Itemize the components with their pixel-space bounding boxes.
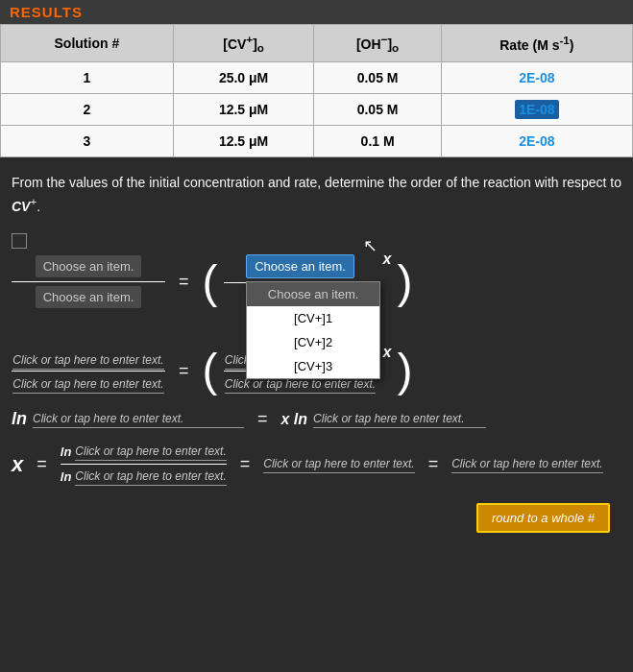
- dropdown-menu: Choose an item. [CV+]1 [CV+]2 [CV+]3: [246, 281, 380, 379]
- click-text-bottom-left[interactable]: Click or tap here to enter text.: [12, 375, 163, 394]
- dropdown-item-3[interactable]: [CV+]3: [247, 354, 379, 378]
- results-title: RESULTS: [10, 4, 83, 20]
- cell-rate-3: 2E-08: [441, 126, 632, 157]
- x-superscript-1: x: [383, 251, 392, 268]
- problem-text: From the values of the initial concentra…: [0, 157, 633, 227]
- x-frac-top-click[interactable]: Click or tap here to enter text.: [75, 443, 226, 461]
- table-row: 1 25.0 μM 0.05 M 2E-08: [1, 62, 633, 94]
- cell-solution-3: 3: [1, 126, 174, 157]
- choose-item-top-left[interactable]: Choose an item.: [36, 255, 142, 277]
- cell-cv-2: 12.5 μM: [173, 94, 314, 126]
- dropdown-container: Choose an item. Choose an item. [CV+]1 […: [246, 254, 354, 278]
- page-wrapper: RESULTS Solution # [CV+]o [OH−]o Rate (M…: [0, 0, 633, 548]
- dropdown-header: Choose an item.: [247, 282, 379, 306]
- cell-cv-3: 12.5 μM: [173, 126, 314, 157]
- equals-1: =: [179, 272, 189, 292]
- table-row: 3 12.5 μM 0.1 M 2E-08: [1, 126, 633, 157]
- ln-row: ln Click or tap here to enter text. = x …: [12, 409, 621, 429]
- cell-rate-2: 1E-08: [441, 94, 632, 126]
- col-rate: Rate (M s-1): [441, 25, 632, 62]
- bracket-left-2: (: [203, 348, 218, 394]
- ln-label: ln: [12, 409, 27, 429]
- ln-click-text[interactable]: Click or tap here to enter text.: [33, 410, 244, 428]
- bracket-right-1: ): [397, 259, 412, 305]
- round-btn-container: round to a whole #: [12, 493, 621, 542]
- bracket-right-2: ): [397, 348, 412, 394]
- col-oh: [OH−]o: [314, 25, 441, 62]
- col-cv: [CV+]o: [173, 25, 314, 62]
- small-ln-bottom: ln: [61, 469, 72, 484]
- equals-6: =: [428, 454, 439, 474]
- col-solution: Solution #: [1, 25, 174, 62]
- equals-2: =: [179, 361, 189, 381]
- x-ln-label: x ln: [281, 411, 308, 428]
- results-table: Solution # [CV+]o [OH−]o Rate (M s-1) 1 …: [0, 24, 633, 157]
- x-row: x = ln Click or tap here to enter text. …: [12, 443, 621, 486]
- equals-4: =: [37, 454, 47, 474]
- x-superscript-2: x: [383, 344, 392, 361]
- x-result-click[interactable]: Click or tap here to enter text.: [263, 455, 414, 473]
- dropdown-item-1[interactable]: [CV+]1: [247, 306, 379, 330]
- cell-oh-2: 0.05 M: [314, 94, 441, 126]
- small-ln-top: ln: [61, 444, 72, 459]
- table-row: 2 12.5 μM 0.05 M 1E-08: [1, 94, 633, 126]
- bracket-left-1: (: [203, 259, 218, 305]
- x-final-click[interactable]: Click or tap here to enter text.: [451, 455, 602, 473]
- dropdown-item-2[interactable]: [CV+]2: [247, 330, 379, 354]
- x-ln-click-text[interactable]: Click or tap here to enter text.: [313, 410, 486, 428]
- click-text-top-left[interactable]: Click or tap here to enter text.: [12, 351, 163, 370]
- x-label: x: [12, 452, 23, 477]
- cell-cv-1: 25.0 μM: [173, 62, 314, 94]
- cell-rate-1: 2E-08: [441, 62, 632, 94]
- results-header: RESULTS: [0, 0, 633, 24]
- choose-item-bottom-left[interactable]: Choose an item.: [36, 286, 142, 308]
- round-button[interactable]: round to a whole #: [476, 503, 610, 533]
- cell-oh-3: 0.1 M: [314, 126, 441, 157]
- x-frac-bottom-click[interactable]: Click or tap here to enter text.: [75, 468, 226, 486]
- equals-5: =: [240, 454, 251, 474]
- equals-3: =: [257, 409, 268, 429]
- choose-item-top-right[interactable]: Choose an item.: [246, 254, 354, 278]
- grid-icon: [12, 233, 27, 249]
- cell-oh-1: 0.05 M: [314, 62, 441, 94]
- cell-solution-2: 2: [1, 94, 174, 126]
- cell-solution-1: 1: [1, 62, 174, 94]
- math-section: Choose an item. Choose an item. = ( ↖ Ch…: [0, 227, 633, 548]
